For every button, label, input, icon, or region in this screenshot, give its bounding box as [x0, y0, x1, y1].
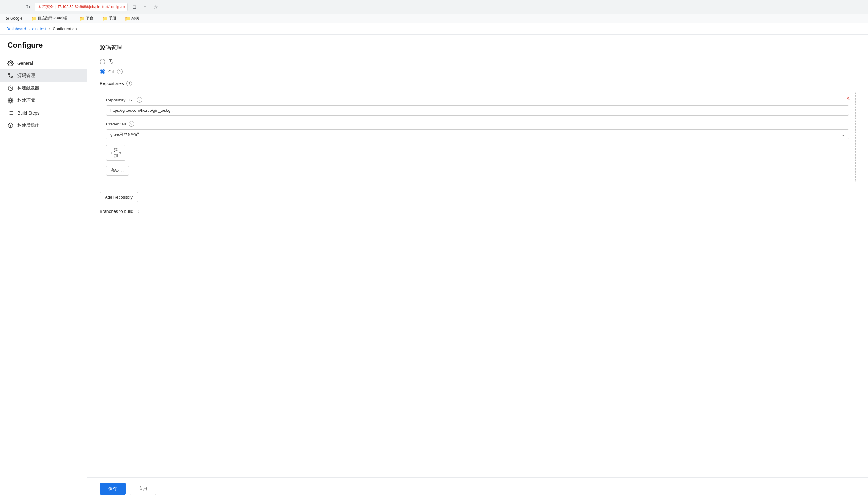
breadcrumb-sep-1: › — [28, 27, 30, 31]
close-repository-button[interactable]: ✕ — [844, 95, 852, 102]
main-layout: Configure General 源码管理 — [0, 35, 868, 248]
advanced-button[interactable]: 高级 ⌄ — [106, 166, 129, 175]
sidebar-post-build-label: 构建后操作 — [18, 123, 39, 128]
repository-card: ✕ Repository URL ? Credentials ? gitee用户… — [100, 91, 856, 182]
sidebar-triggers-label: 构建触发器 — [18, 85, 39, 91]
breadcrumb-sep-2: › — [49, 27, 50, 31]
credentials-label: Credentials ? — [106, 121, 849, 127]
branches-to-build-label: Branches to build ? — [100, 208, 856, 214]
credentials-text: Credentials — [106, 122, 127, 126]
bookmark-platform[interactable]: 📁 平台 — [78, 15, 95, 22]
security-text: 不安全 — [42, 4, 54, 10]
folder-icon-3: 📁 — [102, 16, 107, 21]
sidebar-item-triggers[interactable]: 构建触发器 — [0, 82, 87, 94]
branches-text: Branches to build — [100, 209, 133, 214]
box-icon — [8, 122, 14, 128]
source-icon — [8, 72, 14, 79]
bookmark-baidu[interactable]: 📁 百度翻译-200种语... — [29, 15, 72, 22]
bookmark-google-label: Google — [10, 16, 22, 21]
sidebar-build-steps-label: Build Steps — [18, 111, 39, 115]
repository-url-input[interactable] — [106, 105, 849, 115]
browser-toolbar: ← → ↻ ⚠ 不安全 | 47.103.59.62:8088/job/gin_… — [0, 0, 868, 14]
security-badge: ⚠ 不安全 | 47.103.59.62:8088/job/gin_test/c… — [35, 3, 128, 11]
warning-icon: ⚠ — [38, 5, 41, 9]
bookmark-platform-label: 平台 — [86, 15, 93, 21]
radio-git-label: Git — [108, 69, 114, 74]
repository-url-label: Repository URL ? — [106, 97, 849, 103]
add-credentials-label: 添加 — [114, 147, 118, 158]
bookmark-manual[interactable]: 📁 手册 — [100, 15, 118, 22]
credentials-select[interactable]: gitee用户名密码 - 无 - — [106, 129, 849, 139]
section-title: 源码管理 — [100, 44, 856, 52]
radio-none-label: 无 — [108, 59, 113, 65]
advanced-label: 高级 — [111, 168, 119, 173]
git-help-icon[interactable]: ? — [117, 69, 123, 75]
add-repository-label: Add Repository — [105, 195, 133, 200]
clock-icon — [8, 85, 14, 91]
credentials-select-wrapper: gitee用户名密码 - 无 - ⌄ — [106, 129, 849, 139]
main-content: 源码管理 无 Git ? Repositories ? ✕ — [87, 35, 868, 248]
reload-button[interactable]: ↻ — [24, 2, 32, 11]
radio-git[interactable]: Git ? — [100, 69, 856, 75]
repositories-label: Repositories ? — [100, 81, 856, 86]
branches-help-icon[interactable]: ? — [136, 208, 141, 214]
bookmark-misc-label: 杂项 — [132, 15, 139, 21]
globe-icon — [8, 98, 14, 104]
sidebar-item-source[interactable]: 源码管理 — [0, 69, 87, 82]
bookmark-google[interactable]: G Google — [4, 15, 24, 22]
sidebar-environment-label: 构建环境 — [18, 98, 35, 103]
separator: | — [55, 5, 56, 9]
repositories-help-icon[interactable]: ? — [126, 81, 132, 86]
google-icon: G — [5, 16, 9, 21]
svg-point-0 — [10, 62, 12, 64]
svg-point-2 — [8, 73, 10, 75]
sidebar-title: Configure — [0, 41, 87, 57]
back-button[interactable]: ← — [4, 2, 12, 11]
radio-group: 无 Git ? — [100, 59, 856, 75]
browser-chrome: ← → ↻ ⚠ 不安全 | 47.103.59.62:8088/job/gin_… — [0, 0, 868, 23]
breadcrumb: Dashboard › gin_test › Configuration — [0, 23, 868, 35]
sidebar-item-build-steps[interactable]: Build Steps — [0, 107, 87, 119]
sidebar-item-post-build[interactable]: 构建后操作 — [0, 119, 87, 132]
svg-point-1 — [12, 77, 13, 78]
url-text: 47.103.59.62:8088/job/gin_test/configure — [57, 5, 125, 9]
repository-url-help-icon[interactable]: ? — [137, 97, 142, 103]
sidebar-general-label: General — [18, 61, 33, 66]
gear-icon — [8, 60, 14, 66]
footer-spacer — [100, 214, 856, 239]
plus-icon: + — [110, 151, 113, 155]
add-credentials-button[interactable]: + 添加 ▾ — [106, 145, 125, 161]
sidebar-item-environment[interactable]: 构建环境 — [0, 94, 87, 107]
breadcrumb-configuration: Configuration — [53, 26, 77, 31]
repositories-text: Repositories — [100, 81, 124, 86]
bookmark-button[interactable]: ☆ — [151, 2, 160, 11]
sidebar-item-general[interactable]: General — [0, 57, 87, 69]
bookmark-manual-label: 手册 — [108, 15, 116, 21]
breadcrumb-dashboard[interactable]: Dashboard — [6, 26, 26, 31]
bookmark-misc[interactable]: 📁 杂项 — [123, 15, 141, 22]
bookmarks-bar: G Google 📁 百度翻译-200种语... 📁 平台 📁 手册 📁 杂项 — [0, 14, 868, 23]
repository-url-field: Repository URL ? — [106, 97, 849, 115]
sidebar: Configure General 源码管理 — [0, 35, 87, 248]
credentials-help-icon[interactable]: ? — [128, 121, 134, 127]
credentials-field: Credentials ? gitee用户名密码 - 无 - ⌄ — [106, 121, 849, 139]
share-button[interactable]: ↑ — [141, 2, 149, 11]
dropdown-arrow-icon: ▾ — [119, 151, 122, 155]
folder-icon-1: 📁 — [31, 16, 36, 21]
bookmark-baidu-label: 百度翻译-200种语... — [38, 15, 71, 21]
radio-none-circle — [100, 59, 105, 65]
radio-git-circle — [100, 69, 105, 75]
nav-buttons: ← → ↻ — [4, 2, 32, 11]
add-repository-button[interactable]: Add Repository — [100, 192, 138, 202]
forward-button[interactable]: → — [14, 2, 22, 11]
folder-icon-4: 📁 — [125, 16, 130, 21]
radio-none[interactable]: 无 — [100, 59, 856, 65]
sidebar-source-label: 源码管理 — [18, 73, 35, 78]
list-icon — [8, 110, 14, 116]
browser-actions: ⊡ ↑ ☆ — [130, 2, 160, 11]
screen-capture-button[interactable]: ⊡ — [130, 2, 139, 11]
repository-url-text: Repository URL — [106, 98, 135, 102]
advanced-chevron-icon: ⌄ — [121, 168, 124, 173]
folder-icon-2: 📁 — [79, 16, 85, 21]
breadcrumb-gin-test[interactable]: gin_test — [32, 26, 47, 31]
